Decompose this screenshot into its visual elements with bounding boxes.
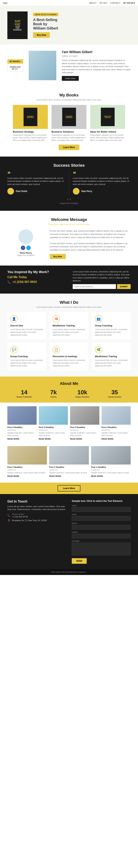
welcome-section: Welcome Message Consectetur adipiscing e… (0, 211, 138, 266)
call-me-section: You Inspired By My Work? Call Me Today 📞… (0, 266, 138, 293)
form-row-phone: phone: (72, 522, 131, 530)
blog-meta-b1: Sample text (49, 469, 89, 471)
phone-number: +1 (234) 567-8910 (12, 280, 37, 284)
read-more-2[interactable]: READ MORE (70, 438, 82, 440)
blog-grid-top: Post 4 Headline Sample text Sample small… (7, 406, 131, 440)
blog-meta-1: Sample text (39, 429, 68, 431)
my-books-section: My Books Lorem ipsum dolor sit amet, con… (0, 86, 138, 157)
what-i-do-section: What I Do Lorem ipsum dolor sit amet, co… (0, 293, 138, 377)
success-text-1: Lorem ipsum dolor sit amet, consectetur … (73, 177, 131, 186)
blog-card-0: Post 4 Headline Sample text Sample small… (7, 406, 37, 440)
success-text-0: Lorem ipsum dolor sit amet, consectetur … (7, 177, 65, 186)
blog-meta-2: Sample text (70, 429, 99, 431)
books-grid: BUSINESSSTRATEGY Business Strategy Suspe… (7, 105, 131, 142)
blog-headline-b0: Post 3 Headline (7, 466, 47, 468)
blog-top-section: Post 4 Headline Sample text Sample small… (0, 403, 138, 444)
read-more-b0[interactable]: READ MORE (7, 475, 20, 477)
phone-icon: 📞 (7, 280, 11, 284)
blog-desc-0: Sample small text. Lorem ipsum dolor sit… (7, 432, 37, 437)
contact-address-detail: 📍 Broadway No 72, New York, NY 10038 (7, 519, 66, 522)
read-more-1[interactable]: READ MORE (39, 438, 51, 440)
read-more-b2[interactable]: READ MORE (91, 475, 103, 477)
buy-now-button[interactable]: Buy Now (33, 32, 50, 38)
what-icon-1: 🧠 (53, 315, 60, 322)
read-more-b1[interactable]: READ MORE (49, 475, 61, 477)
form-name-input[interactable] (72, 507, 131, 512)
welcome-text-2: Ut enim ad minim veniam, quis nostrud ex… (50, 242, 131, 252)
footer-text: Enter label of the Text Element to repla… (7, 571, 131, 573)
book-title-0: Business Strategy (13, 130, 48, 133)
success-card-1: ❝ Lorem ipsum dolor sit amet, consectetu… (73, 171, 131, 195)
success-author-1: Sam Perry (73, 188, 131, 194)
welcome-person-name: Nick Perry (7, 251, 44, 254)
send-button[interactable]: SEND (72, 558, 87, 564)
author-sidebar: MY BOOKS › DOWNLOAD MY CV › (7, 59, 23, 71)
nav-books[interactable]: My Books (123, 2, 135, 4)
nav-about[interactable]: About (89, 2, 97, 4)
blog-grid-bottom: Post 3 Headline Sample text Sample small… (7, 446, 131, 477)
book-title-1: Business Solutions (51, 130, 87, 133)
form-email-input[interactable] (72, 516, 131, 521)
form-subject-input[interactable] (72, 534, 131, 538)
blog-meta-b0: Sample text (7, 469, 47, 471)
what-card-4: 📋 Discussion at meetings Lorem ipsum dol… (50, 343, 88, 370)
success-title: Success Stories (7, 163, 131, 168)
what-icon-0: 👤 (10, 315, 18, 322)
form-phone-label: phone: (72, 522, 131, 524)
facebook-icon[interactable]: f (21, 246, 25, 250)
stat-number-0: 14 (16, 389, 32, 396)
books-section-title: My Books (7, 93, 131, 98)
form-message-label: message: (72, 540, 131, 542)
blog-image-b2 (91, 446, 131, 465)
call-left: You Inspired By My Work? Call Me Today 📞… (7, 270, 65, 284)
form-message-textarea[interactable] (72, 542, 131, 555)
blog-headline-3: Post 4 Headline (102, 426, 131, 428)
success-grid: ❝ Lorem ipsum dolor sit amet, consectetu… (7, 171, 131, 195)
my-books-button[interactable]: MY BOOKS › (7, 59, 23, 64)
what-subtitle: Lorem ipsum dolor sit amet, consectetur … (7, 306, 131, 308)
success-divider (69, 171, 69, 195)
book-card-0: BUSINESSSTRATEGY Business Strategy Suspe… (13, 105, 48, 142)
stat-number-2: 10k (75, 389, 89, 396)
book-title-own: OWN (15, 27, 20, 29)
what-icon-5: 🌿 (95, 346, 102, 353)
author-role: Author & Coach (62, 55, 131, 57)
book-title-your: YOUR (15, 25, 20, 27)
download-cv-button[interactable]: DOWNLOAD MY CV › (7, 65, 23, 71)
prev-arrow-icon[interactable]: ‹ (67, 197, 68, 201)
author-photo-placeholder (29, 51, 56, 80)
blog-cta-button[interactable]: Learn More (58, 485, 80, 491)
stat-3: 35 Literary Events (108, 389, 121, 398)
success-author-0: Paul Smith (7, 188, 65, 194)
book-title-2: Ideas for Better Advice (90, 130, 125, 133)
nav-contact[interactable]: Contact (110, 2, 120, 4)
nav-logo: logo (3, 1, 7, 4)
welcome-left: f t Nick Perry Image from Unsplash (7, 229, 44, 259)
stat-0: 14 Books Published (16, 389, 32, 398)
books-learn-more-button[interactable]: Learn More (59, 145, 79, 150)
blog-desc-b0: Sample small text. Lorem ipsum dolor sit… (7, 471, 47, 474)
learn-more-button[interactable]: Learn more (62, 76, 79, 81)
contact-phone-wrapper: Phone number: +1 232 343 44 55 (12, 513, 28, 518)
email-input[interactable] (73, 284, 116, 289)
read-more-0[interactable]: READ MORE (7, 438, 20, 440)
stat-1: 7k Clients (50, 389, 57, 398)
quote-mark-0: ❝ (7, 171, 65, 177)
phone-contact-icon: 📞 (7, 514, 10, 517)
welcome-buy-button[interactable]: Buy Now (50, 254, 66, 259)
what-card-0: 👤 One-on-One Lorem ipsum dolor sit amet,… (7, 312, 46, 339)
blog-image-b0 (7, 446, 47, 465)
blog-meta-3: Sample text (102, 429, 131, 431)
form-row-subject: subject: (72, 531, 131, 538)
blog-card-3: Post 4 Headline Sample text Sample small… (102, 406, 131, 440)
form-phone-input[interactable] (72, 525, 131, 530)
next-arrow-icon[interactable]: › (70, 197, 71, 201)
twitter-icon[interactable]: t (26, 246, 31, 250)
book-cover-1: FORWARDBUSINESS (51, 105, 87, 129)
location-icon: 📍 (7, 519, 10, 522)
nav-bio[interactable]: My Bio (100, 2, 107, 4)
blog-headline-b1: Post 2 Headline (49, 466, 89, 468)
read-more-3[interactable]: READ MORE (102, 438, 114, 440)
blog-card-2: Post 4 Headline Sample text Sample small… (70, 406, 99, 440)
submit-button[interactable]: SUBMIT (117, 284, 131, 289)
